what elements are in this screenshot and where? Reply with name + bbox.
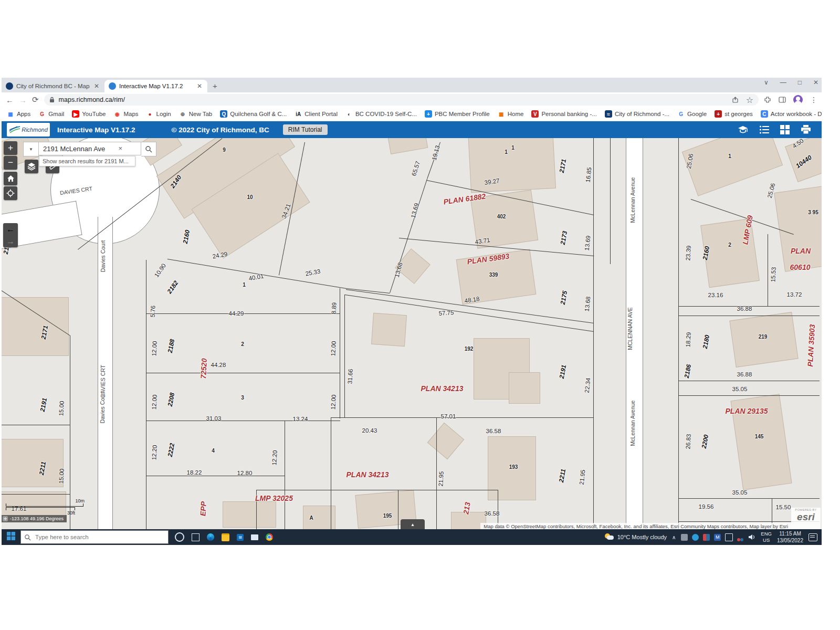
mail-icon[interactable]	[251, 534, 258, 540]
action-center-icon[interactable]	[808, 533, 817, 541]
bookmark-item[interactable]: ● Login	[146, 110, 171, 118]
tab-city-of-richmond[interactable]: City of Richmond BC - Maps & R ✕	[2, 80, 104, 92]
minimize-button[interactable]: —	[780, 79, 786, 86]
locate-icon	[6, 189, 15, 197]
map-label: 15.00	[58, 401, 65, 416]
bookmark-item[interactable]: iA Client Portal	[295, 110, 338, 118]
tray-icon[interactable]	[692, 534, 699, 541]
legend-list-icon[interactable]	[759, 125, 770, 134]
map-search-input[interactable]	[39, 142, 141, 155]
back-icon[interactable]: ←	[6, 96, 14, 104]
previous-extent-icon[interactable]: ←	[6, 225, 15, 234]
map-label: EPP	[198, 501, 207, 517]
menu-kebab-icon[interactable]: ⋮	[810, 96, 817, 104]
building-footprint	[371, 313, 407, 346]
language-indicator[interactable]: ENGUS	[761, 531, 772, 543]
side-panel-icon[interactable]	[779, 97, 786, 103]
map-viewport[interactable]: 65.5719.1339.2716.8513.6943.7113.6913.68…	[2, 138, 822, 530]
bookmark-item[interactable]: Q Quilchena Golf & C...	[220, 110, 287, 118]
home-button[interactable]	[4, 172, 17, 185]
locate-button[interactable]	[4, 186, 17, 200]
search-icon	[145, 145, 152, 153]
search-source-dropdown[interactable]: ▼	[23, 142, 39, 156]
store-icon[interactable]: ⊞	[237, 534, 244, 541]
map-label: 2208	[166, 392, 176, 407]
bookmark-star-icon[interactable]: ☆	[746, 95, 753, 105]
profile-avatar[interactable]	[793, 95, 803, 104]
bookmark-item[interactable]: ≈ City of Richmond -...	[605, 110, 669, 118]
bookmark-item[interactable]: ▦ Home	[498, 110, 524, 118]
tray-icon[interactable]	[681, 534, 688, 541]
search-suggestion[interactable]: Show search results for 2191 M...	[39, 156, 135, 166]
taskbar-search-input[interactable]	[34, 533, 141, 541]
tray-chevron-icon[interactable]: ∧	[672, 534, 676, 540]
tab-favicon	[6, 82, 13, 90]
map-label: 2191	[39, 397, 48, 413]
tray-icon[interactable]	[703, 534, 710, 541]
new-tab-button[interactable]: +	[207, 81, 224, 92]
url-text[interactable]: maps.richmond.ca/rim/	[59, 96, 728, 103]
bookmark-item[interactable]: + st georges	[715, 110, 753, 118]
edge-icon[interactable]	[207, 533, 214, 541]
app-copyright: © 2022 City of Richmond, BC	[172, 126, 269, 134]
layout-grid-icon[interactable]	[780, 125, 790, 134]
weather-icon	[605, 533, 614, 541]
tutorial-book-icon[interactable]	[737, 125, 749, 134]
taskbar-weather[interactable]: 10°C Mostly cloudy	[605, 533, 667, 541]
tray-icon[interactable]: M	[714, 534, 721, 541]
refresh-icon[interactable]: ⟳	[32, 95, 39, 104]
app-title: Interactive Map V1.17.2	[57, 126, 135, 134]
tab-title: Interactive Map V1.17.2	[119, 83, 193, 89]
search-submit-button[interactable]	[141, 142, 156, 156]
bookmark-item[interactable]: G Google	[677, 110, 707, 118]
bookmark-item[interactable]: C Actor workbook - D...	[761, 110, 822, 118]
search-clear-icon[interactable]: ×	[118, 144, 122, 152]
volume-icon[interactable]	[748, 534, 755, 540]
bookmark-item[interactable]: + PBC Member Profile	[425, 110, 490, 118]
bookmark-favicon: ⊕	[179, 110, 186, 118]
address-bar[interactable]: maps.richmond.ca/rim/ ☆	[44, 94, 759, 106]
tab-close-icon[interactable]: ✕	[196, 82, 203, 90]
start-button[interactable]	[2, 532, 20, 542]
coordinates-move-icon[interactable]: ✛	[3, 516, 8, 521]
bookmark-item[interactable]: ▶ YouTube	[72, 110, 106, 118]
tray-people-icon[interactable]	[737, 534, 744, 541]
attribution-toggle-button[interactable]: ▲	[401, 519, 425, 530]
parcel-line	[679, 316, 820, 316]
bookmark-item[interactable]: ▦ Apps	[7, 110, 30, 118]
maximize-button[interactable]: □	[798, 79, 802, 86]
bookmark-item[interactable]: V Personal banking -...	[531, 110, 596, 118]
tab-search-icon[interactable]: ∨	[764, 79, 769, 86]
next-extent-icon[interactable]: →	[6, 237, 15, 246]
map-label: 57.01	[441, 413, 456, 419]
tab-close-icon[interactable]: ✕	[93, 82, 100, 90]
map-label: 193	[509, 464, 518, 470]
print-icon[interactable]	[801, 125, 811, 134]
rim-tutorial-button[interactable]: RIM Tutorial	[283, 124, 328, 135]
tab-interactive-map[interactable]: Interactive Map V1.17.2 ✕	[104, 80, 207, 92]
building-footprint	[2, 297, 69, 356]
taskbar-search-box[interactable]	[20, 530, 169, 544]
extensions-icon[interactable]	[764, 96, 771, 103]
layers-button[interactable]	[25, 160, 38, 173]
map-search-widget: ▼ ×	[23, 142, 156, 156]
task-view-icon[interactable]	[192, 533, 200, 541]
bookmark-item[interactable]: ◐ BC COVID-19 Self-C...	[345, 110, 417, 118]
taskbar-clock[interactable]: 11:15 AM 13/05/2022	[777, 530, 803, 544]
bookmark-item[interactable]: ◉ Maps	[113, 110, 138, 118]
share-icon[interactable]	[732, 97, 739, 103]
extent-nav-buttons[interactable]: ← →	[3, 223, 18, 247]
tray-monitor-icon[interactable]	[725, 533, 733, 541]
map-label: PLAN 29135	[726, 407, 768, 415]
zoom-in-button[interactable]: +	[4, 141, 17, 155]
chrome-icon[interactable]	[266, 533, 273, 541]
bookmark-item[interactable]: ⊕ New Tab	[179, 110, 213, 118]
cortana-icon[interactable]	[175, 532, 184, 542]
system-tray: M	[681, 533, 755, 541]
parcel-line	[678, 138, 679, 530]
zoom-out-button[interactable]: −	[4, 156, 17, 170]
close-button[interactable]: ✕	[813, 79, 818, 86]
file-explorer-icon[interactable]	[222, 533, 229, 541]
bookmark-item[interactable]: G Gmail	[38, 110, 64, 118]
bookmark-favicon: C	[761, 110, 768, 118]
